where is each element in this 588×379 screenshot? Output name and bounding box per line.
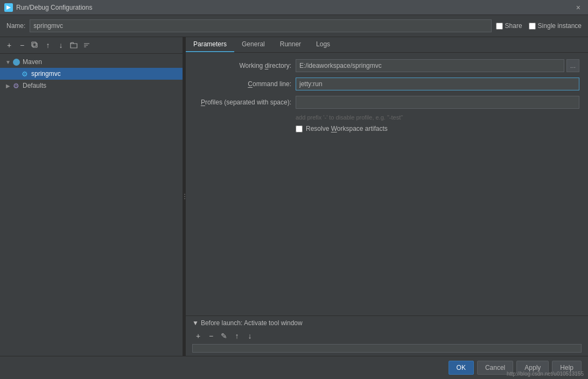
title-bar: Run/Debug Configurations × [0, 0, 588, 15]
tab-parameters[interactable]: Parameters [186, 37, 234, 52]
springmvc-label: springmvc [31, 70, 61, 78]
working-directory-wrap: … [296, 59, 579, 72]
ok-button[interactable]: OK [449, 361, 474, 375]
before-launch-section: ▼ Before launch: Activate tool window + … [186, 315, 588, 356]
before-launch-title: Before launch: Activate tool window [201, 319, 303, 327]
profiles-hint: add prefix '-' to disable profile, e.g. … [296, 114, 579, 121]
sort-button[interactable] [81, 39, 93, 51]
resize-dots [184, 194, 185, 199]
add-config-button[interactable]: + [3, 39, 15, 51]
sidebar-item-springmvc[interactable]: ▶ ⚙ springmvc [0, 68, 183, 80]
svg-marker-0 [6, 5, 11, 10]
working-directory-row: Working directory: … [194, 59, 579, 72]
app-icon [4, 3, 13, 12]
before-launch-up-button[interactable]: ↑ [231, 330, 243, 342]
move-up-button[interactable]: ↑ [42, 39, 54, 51]
defaults-icon: ⚙ [12, 81, 20, 90]
close-button[interactable]: × [573, 2, 584, 13]
copy-config-button[interactable] [29, 39, 41, 51]
before-launch-remove-button[interactable]: − [205, 330, 217, 342]
resolve-workspace-label[interactable]: Resolve Workspace artifacts [306, 125, 388, 132]
name-input[interactable] [30, 19, 491, 32]
sidebar-tree: ▼ Maven ▶ ⚙ springmvc ▶ [0, 54, 183, 356]
add-folder-button[interactable] [68, 39, 80, 51]
sidebar-item-maven[interactable]: ▼ Maven [0, 56, 183, 68]
svg-rect-2 [32, 42, 36, 46]
command-line-row: Command line: [194, 78, 579, 90]
tab-runner[interactable]: Runner [272, 37, 309, 52]
working-directory-label: Working directory: [194, 62, 291, 69]
profiles-label: Profiles (separated with space): [194, 99, 291, 106]
profiles-input[interactable] [296, 96, 579, 109]
tab-general[interactable]: General [234, 37, 272, 52]
command-line-input[interactable] [296, 78, 579, 90]
working-directory-input[interactable] [296, 59, 564, 72]
resolve-workspace-row: Resolve Workspace artifacts [296, 125, 579, 132]
body: + − ↑ ↓ [0, 37, 588, 356]
single-instance-checkbox-label[interactable]: Single instance [529, 22, 582, 30]
sidebar-item-defaults[interactable]: ▶ ⚙ Defaults [0, 80, 183, 92]
working-directory-browse-button[interactable]: … [566, 59, 579, 72]
sidebar-toolbar: + − ↑ ↓ [0, 37, 183, 54]
before-launch-list [192, 344, 582, 353]
defaults-label: Defaults [23, 82, 46, 89]
sidebar: + − ↑ ↓ [0, 37, 183, 356]
dialog-title: Run/Debug Configurations [16, 4, 573, 11]
share-checkbox-label[interactable]: Share [496, 22, 522, 30]
before-launch-add-button[interactable]: + [192, 330, 204, 342]
share-checkbox[interactable] [496, 23, 503, 30]
before-launch-arrow: ▼ [192, 319, 199, 327]
maven-expand-arrow: ▼ [4, 58, 12, 66]
before-launch-down-button[interactable]: ↓ [244, 330, 256, 342]
before-launch-toolbar: + − ✎ ↑ ↓ [192, 330, 582, 342]
before-launch-edit-button[interactable]: ✎ [218, 330, 230, 342]
profiles-wrap [296, 96, 579, 109]
springmvc-gear-icon: ⚙ [20, 69, 29, 78]
content-panel: Parameters General Runner Logs Working d… [186, 37, 588, 356]
dialog: Name: Share Single instance + − [0, 15, 588, 379]
resolve-workspace-checkbox[interactable] [296, 125, 303, 132]
maven-label: Maven [23, 58, 42, 66]
form-area: Working directory: … Command line: [186, 53, 588, 315]
profiles-row: Profiles (separated with space): [194, 96, 579, 109]
maven-icon [12, 58, 20, 66]
command-line-wrap [296, 78, 579, 90]
before-launch-header[interactable]: ▼ Before launch: Activate tool window [192, 319, 582, 327]
command-line-label: Command line: [194, 80, 291, 88]
name-bar: Name: Share Single instance [0, 15, 588, 37]
svg-rect-1 [33, 43, 37, 47]
defaults-expand-arrow: ▶ [4, 82, 12, 89]
name-bar-checkboxes: Share Single instance [496, 22, 582, 30]
tab-logs[interactable]: Logs [309, 37, 338, 52]
single-instance-checkbox[interactable] [529, 23, 536, 30]
bottom-bar: OK Cancel Apply Help [0, 356, 588, 379]
name-label: Name: [6, 22, 25, 30]
tab-bar: Parameters General Runner Logs [186, 37, 588, 53]
watermark: http://blog.csdn.net/u010513155 [507, 371, 584, 377]
move-down-button[interactable]: ↓ [55, 39, 67, 51]
remove-config-button[interactable]: − [16, 39, 28, 51]
